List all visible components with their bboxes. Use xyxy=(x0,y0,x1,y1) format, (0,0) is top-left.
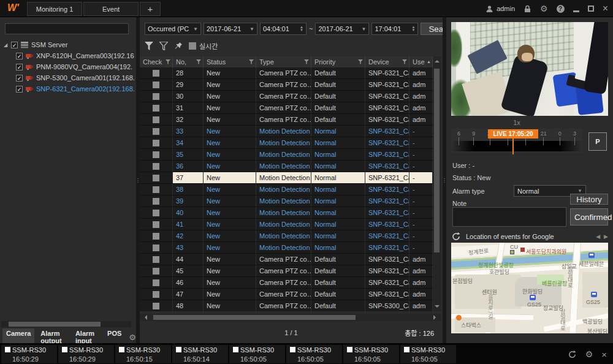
column-header[interactable]: Type xyxy=(256,56,311,67)
tab-monitoring-1[interactable]: Monitoring 1 xyxy=(27,2,82,16)
row-check-cell[interactable] xyxy=(140,300,173,311)
filter-funnel-icon[interactable] xyxy=(145,42,153,50)
column-filter-icon[interactable] xyxy=(249,59,254,64)
maximize-button[interactable] xyxy=(588,6,594,12)
row-check-cell[interactable] xyxy=(140,79,173,90)
row-checkbox[interactable] xyxy=(153,151,159,158)
row-checkbox[interactable] xyxy=(153,70,159,77)
table-row[interactable]: 32 New Camera PTZ co… Default SNP-6321_C… xyxy=(140,114,433,126)
confirmed-button[interactable]: Confirmed xyxy=(570,208,608,226)
row-check-cell[interactable] xyxy=(140,195,173,207)
event-tile[interactable]: SSM-RS30 16:50:14 xyxy=(172,345,228,363)
scroll-right-arrow[interactable] xyxy=(433,315,438,320)
note-textarea[interactable] xyxy=(452,207,566,227)
camera-checkbox[interactable]: ✓ xyxy=(16,64,23,70)
event-tile-checkbox[interactable] xyxy=(233,347,238,352)
column-filter-icon[interactable] xyxy=(166,59,170,64)
camera-checkbox[interactable]: ✓ xyxy=(16,86,23,93)
realtime-checkbox[interactable] xyxy=(189,42,196,50)
column-header[interactable]: Device xyxy=(365,56,409,67)
date-from-picker[interactable]: 2017-06-21▼ xyxy=(204,23,257,35)
row-check-cell[interactable] xyxy=(140,126,173,137)
event-tile-checkbox[interactable] xyxy=(119,347,124,352)
row-check-cell[interactable] xyxy=(140,230,173,241)
time-to-spinner[interactable]: 17:04:01▲▼ xyxy=(371,23,418,35)
filter-funnel-outline-icon[interactable] xyxy=(159,42,168,50)
minimize-button[interactable] xyxy=(573,6,579,12)
row-checkbox[interactable] xyxy=(153,116,159,123)
timeline-needle[interactable] xyxy=(512,138,514,154)
next-arrow-icon[interactable]: ▶ xyxy=(604,233,608,240)
ticker-close-icon[interactable]: × xyxy=(601,349,607,360)
event-tile[interactable]: SSM-RS30 16:50:05 xyxy=(400,345,456,363)
timeline[interactable]: 6 9 12 15 xyxy=(451,129,582,153)
event-tile-checkbox[interactable] xyxy=(347,347,352,352)
column-filter-icon[interactable] xyxy=(402,59,407,64)
event-tile-checkbox[interactable] xyxy=(5,347,10,352)
table-row[interactable]: 43 New Motion Detection Normal SNP-6321_… xyxy=(140,242,433,254)
row-checkbox[interactable] xyxy=(153,198,159,205)
row-check-cell[interactable] xyxy=(140,184,173,195)
event-tile[interactable]: SSM-RS30 16:50:29 xyxy=(1,345,57,363)
row-check-cell[interactable] xyxy=(140,289,173,300)
table-row[interactable]: 39 New Motion Detection Normal SNP-6321_… xyxy=(140,195,433,207)
row-check-cell[interactable] xyxy=(140,265,173,276)
table-row[interactable]: 44 New Camera PTZ co… Default SNP-6321_C… xyxy=(140,254,433,265)
google-map[interactable]: 청계천로 CU 서울도담치과의원 청계천한빛광장 호관빌딩 삼일교 세븐일레븐 … xyxy=(451,243,608,333)
row-check-cell[interactable] xyxy=(140,277,173,288)
row-checkbox[interactable] xyxy=(153,303,159,309)
date-to-picker[interactable]: 2017-06-21▼ xyxy=(315,23,369,35)
event-tile[interactable]: SSM-RS30 16:50:29 xyxy=(58,345,114,363)
column-filter-icon[interactable] xyxy=(304,59,309,64)
lock-icon[interactable] xyxy=(524,5,531,13)
row-checkbox[interactable] xyxy=(153,105,159,112)
pin-icon[interactable] xyxy=(174,42,183,50)
scroll-down-arrow[interactable] xyxy=(435,305,440,310)
column-filter-icon[interactable] xyxy=(358,59,363,64)
row-check-cell[interactable] xyxy=(140,67,173,78)
scroll-left-arrow[interactable] xyxy=(142,315,147,320)
table-row[interactable]: 48 New Camera PTZ co… Default SNP-5300_C… xyxy=(140,300,433,311)
event-tile[interactable]: SSM-RS30 16:50:05 xyxy=(229,345,285,363)
row-check-cell[interactable] xyxy=(140,242,173,253)
tree-camera-item[interactable]: ✓ SNP-6321_Camera002(192.168. xyxy=(2,83,135,94)
table-row[interactable]: 37 New Motion Detection Normal SNP-6321_… xyxy=(140,172,433,184)
row-checkbox[interactable] xyxy=(153,128,159,135)
row-checkbox[interactable] xyxy=(153,233,159,240)
row-check-cell[interactable] xyxy=(140,91,173,102)
prev-arrow-icon[interactable]: ◀ xyxy=(596,233,600,240)
table-row[interactable]: 46 New Camera PTZ co… Default SNP-6321_C… xyxy=(140,277,433,289)
camera-video[interactable] xyxy=(451,22,608,116)
tree-root-ssm-server[interactable]: ◢ ✓ SSM Server xyxy=(2,39,135,50)
spinner-arrows-icon[interactable]: ▲▼ xyxy=(300,26,303,32)
row-checkbox[interactable] xyxy=(153,140,159,146)
tab-event[interactable]: Event xyxy=(83,2,139,16)
row-checkbox[interactable] xyxy=(153,256,159,263)
table-vertical-scrollbar[interactable] xyxy=(433,56,441,311)
table-row[interactable]: 35 New Motion Detection Normal SNP-6321_… xyxy=(140,149,433,161)
row-checkbox[interactable] xyxy=(153,82,159,88)
table-row[interactable]: 38 New Motion Detection Normal SNP-6321_… xyxy=(140,184,433,195)
row-checkbox[interactable] xyxy=(153,291,159,298)
table-row[interactable]: 36 New Motion Detection Normal SNP-6321_… xyxy=(140,161,433,172)
scrollbar-thumb[interactable] xyxy=(9,322,101,327)
column-header[interactable]: Status xyxy=(204,56,256,67)
event-tile[interactable]: SSM-RS30 16:50:05 xyxy=(286,345,342,363)
row-checkbox[interactable] xyxy=(153,175,159,181)
help-icon[interactable]: ? xyxy=(557,5,565,13)
row-checkbox[interactable] xyxy=(153,210,159,216)
left-horizontal-scrollbar[interactable] xyxy=(1,321,131,327)
tree-camera-item[interactable]: ✓ XNP-6120H_Camera003(192.16 xyxy=(2,50,135,61)
realtime-toggle[interactable]: 실시간 xyxy=(189,41,218,51)
row-checkbox[interactable] xyxy=(153,163,159,170)
column-header[interactable]: No, xyxy=(173,56,204,67)
tree-search-input[interactable] xyxy=(5,23,129,34)
table-row[interactable]: 40 New Motion Detection Normal SNP-6321_… xyxy=(140,207,433,219)
camera-checkbox[interactable]: ✓ xyxy=(16,75,23,82)
column-header[interactable]: Check xyxy=(140,56,173,67)
ticker-settings-gear-icon[interactable]: ⚙ xyxy=(585,349,593,359)
close-button[interactable]: × xyxy=(603,4,608,13)
row-check-cell[interactable] xyxy=(140,114,173,125)
row-checkbox[interactable] xyxy=(153,186,159,193)
tree-camera-item[interactable]: ✓ SNP-5300_Camera001(192.168. xyxy=(2,72,135,83)
